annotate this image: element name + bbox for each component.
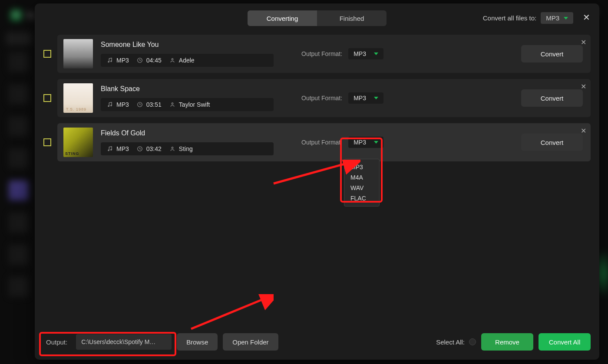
track-meta: Blank Space MP3 03:51 Taylor Swift [101,85,274,111]
convert-all-format: Convert all files to: MP3 [483,12,573,24]
svg-point-5 [111,105,112,106]
track-card: T.S. 1989 Blank Space MP3 03:51 Taylor S… [57,79,591,117]
music-note-icon [107,146,113,152]
track-meta-bar: MP3 03:42 Sting [101,142,274,155]
format-option[interactable]: M4A [344,172,379,183]
album-art [63,39,93,69]
output-label: Output: [46,338,67,346]
convert-button[interactable]: Convert [521,89,583,107]
track-title: Fields Of Gold [101,129,274,137]
app-title-truncated: Sp [26,11,36,20]
output-path-field[interactable]: C:\Users\decck\Spotify M… [76,334,172,350]
track-meta: Someone Like You MP3 04:45 Adele [101,41,274,67]
convert-button[interactable]: Convert [521,45,583,62]
svg-line-12 [274,163,347,184]
svg-line-13 [191,298,265,329]
track-list: Someone Like You MP3 04:45 Adele Output … [43,35,591,161]
global-format-value: MP3 [546,14,559,22]
track-row: T.S. 1989 Blank Space MP3 03:51 Taylor S… [43,79,591,117]
svg-point-4 [108,105,109,106]
track-checkbox[interactable] [43,94,51,102]
caret-down-icon [374,141,378,144]
app-logo [10,10,22,21]
output-format-select[interactable]: MP3 [348,48,383,59]
clock-icon [137,57,143,63]
track-card: STING Fields Of Gold MP3 03:42 Sting Out… [57,123,591,161]
track-row: STING Fields Of Gold MP3 03:42 Sting Out… [43,123,591,161]
convert-all-label: Convert all files to: [483,14,536,22]
format-option[interactable]: FLAC [344,193,379,203]
clock-icon [137,146,143,152]
convert-all-button[interactable]: Convert All [539,333,591,351]
track-meta-bar: MP3 04:45 Adele [101,54,274,67]
select-all-label: Select All: [436,338,465,346]
track-meta: Fields Of Gold MP3 03:42 Sting [101,129,274,155]
output-format-label: Output Format: [301,95,342,102]
svg-point-11 [172,147,173,149]
person-icon [169,102,175,108]
output-format-group: Output Format: MP3 [301,137,383,148]
browse-button[interactable]: Browse [177,333,218,351]
output-format-group: Output Format: MP3 [301,92,383,104]
format-option[interactable]: WAV [344,183,379,193]
person-icon [169,146,175,152]
svg-point-9 [111,149,112,150]
track-title: Blank Space [101,85,274,93]
output-format-label: Output Format: [301,50,342,57]
output-format-select[interactable]: MP3 [348,137,383,148]
person-icon [169,57,175,63]
format-dropdown[interactable]: MP3 M4A WAV FLAC [344,159,380,207]
track-card: Someone Like You MP3 04:45 Adele Output … [57,35,591,73]
global-format-select[interactable]: MP3 [541,12,573,24]
open-folder-button[interactable]: Open Folder [223,333,278,351]
bottom-toolbar: Output: C:\Users\decck\Spotify M… Browse… [43,331,591,353]
music-note-icon [107,102,113,108]
caret-down-icon [374,97,378,99]
select-all-group: Select All: [436,338,476,346]
format-option[interactable]: MP3 [344,162,379,172]
svg-point-8 [108,150,109,151]
tabs: Converting Finished [248,10,387,26]
track-row: Someone Like You MP3 04:45 Adele Output … [43,35,591,73]
svg-point-1 [111,61,112,62]
track-meta-bar: MP3 03:51 Taylor Swift [101,98,274,111]
convert-button[interactable]: Convert [521,134,583,151]
modal-close-button[interactable]: ✕ [581,12,591,23]
music-note-icon [107,57,113,63]
clock-icon [137,102,143,108]
remove-button[interactable]: Remove [481,333,533,351]
output-format-select[interactable]: MP3 [348,92,383,104]
tab-finished[interactable]: Finished [317,10,387,26]
svg-point-0 [108,61,109,62]
caret-down-icon [564,17,568,20]
track-checkbox[interactable] [43,50,51,58]
album-art: T.S. 1989 [63,83,93,113]
converter-modal: Converting Finished Convert all files to… [35,3,599,360]
track-checkbox[interactable] [43,138,51,146]
caret-down-icon [374,52,378,55]
svg-point-3 [172,59,173,60]
select-all-toggle[interactable] [469,338,476,345]
track-title: Someone Like You [101,41,274,49]
tab-converting[interactable]: Converting [248,10,317,26]
svg-point-7 [172,103,173,105]
album-art: STING [63,128,93,157]
output-format-label: Output Format: [301,139,342,146]
output-format-group: Output Format: MP3 [301,48,383,59]
